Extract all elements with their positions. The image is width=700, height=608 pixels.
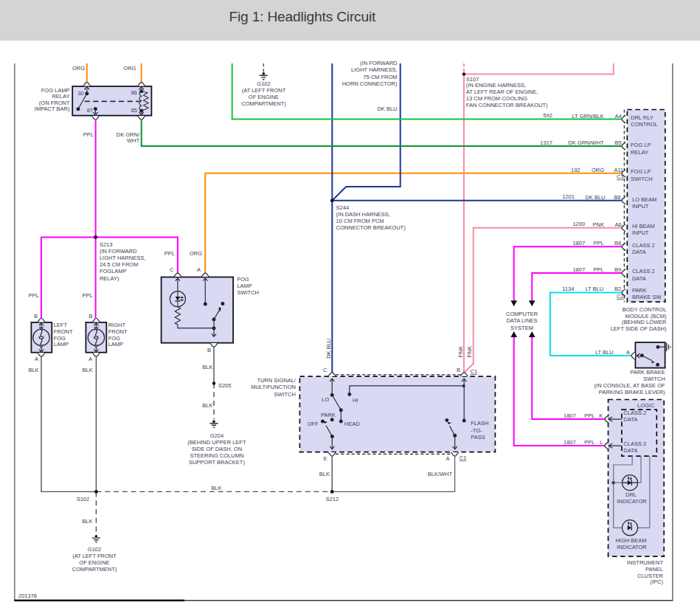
svg-text:PARK BRAKE: PARK BRAKE: [630, 369, 665, 376]
svg-text:S107: S107: [466, 76, 479, 83]
svg-text:PPL: PPL: [28, 292, 38, 299]
svg-text:(BEHIND UPPER LEFT: (BEHIND UPPER LEFT: [187, 439, 246, 446]
svg-text:CONNECTOR BREAKOUT): CONNECTOR BREAKOUT): [336, 224, 406, 231]
svg-text:1807: 1807: [572, 266, 585, 273]
svg-text:RIGHT: RIGHT: [108, 322, 126, 328]
svg-text:LAMP: LAMP: [237, 283, 252, 289]
svg-text:C1: C1: [460, 455, 467, 461]
svg-text:B: B: [207, 347, 211, 353]
svg-text:BLK: BLK: [83, 367, 93, 373]
svg-text:DATA: DATA: [623, 416, 637, 423]
svg-text:LO BEAM: LO BEAM: [632, 196, 656, 203]
svg-text:G204: G204: [210, 432, 223, 439]
svg-text:A4: A4: [615, 113, 622, 120]
svg-text:COMPUTER: COMPUTER: [506, 311, 538, 317]
svg-text:B: B: [34, 313, 38, 319]
svg-text:FOG LP: FOG LP: [631, 168, 651, 175]
svg-text:C: C: [323, 367, 328, 373]
svg-text:COMPARTMENT): COMPARTMENT): [241, 100, 286, 107]
svg-text:DK BLU: DK BLU: [325, 339, 332, 359]
svg-text:PNK: PNK: [593, 221, 604, 228]
svg-text:S212: S212: [326, 496, 339, 502]
svg-text:(IPC): (IPC): [651, 578, 664, 585]
svg-text:G102: G102: [257, 80, 270, 87]
svg-text:87: 87: [87, 107, 93, 114]
svg-text:ORG: ORG: [72, 65, 85, 72]
svg-text:A11: A11: [614, 167, 624, 173]
svg-text:CLASS 2: CLASS 2: [632, 268, 655, 274]
svg-text:HI: HI: [353, 397, 358, 404]
svg-text:FLASH: FLASH: [471, 420, 488, 426]
svg-text:HIGH BEAM: HIGH BEAM: [615, 537, 646, 544]
svg-text:DATA: DATA: [632, 275, 646, 282]
svg-text:L: L: [600, 439, 603, 446]
svg-text:SWITCH: SWITCH: [274, 391, 296, 398]
svg-text:S205: S205: [218, 382, 232, 389]
svg-text:A: A: [197, 266, 201, 273]
svg-text:(IN DASH HARNESS,: (IN DASH HARNESS,: [336, 211, 390, 218]
svg-text:INPUT: INPUT: [632, 203, 649, 210]
svg-text:FOGLAMP: FOGLAMP: [100, 268, 127, 274]
svg-text:B2: B2: [614, 286, 621, 292]
svg-text:A6: A6: [615, 221, 622, 228]
svg-text:SWITCH: SWITCH: [631, 176, 653, 182]
svg-text:201376: 201376: [18, 593, 37, 599]
svg-text:13 CM FROM COOLING: 13 CM FROM COOLING: [466, 95, 527, 102]
svg-text:(BEHIND LOWER: (BEHIND LOWER: [622, 319, 667, 325]
svg-text:(IN CONSOLE, AT BASE OF: (IN CONSOLE, AT BASE OF: [595, 382, 665, 389]
svg-text:STEERING COLUMN: STEERING COLUMN: [190, 452, 243, 459]
svg-text:HORN CONNECTOR): HORN CONNECTOR): [342, 80, 398, 87]
svg-text:MULTIFUNCTION: MULTIFUNCTION: [251, 384, 296, 390]
svg-text:PNK: PNK: [466, 346, 473, 357]
svg-text:TURN SIGNAL/: TURN SIGNAL/: [257, 377, 296, 384]
svg-text:BLK/WHT: BLK/WHT: [428, 471, 453, 477]
svg-text:LAMP: LAMP: [54, 341, 69, 348]
svg-text:PPL: PPL: [83, 131, 94, 138]
svg-text:SWITCH: SWITCH: [237, 289, 259, 296]
svg-text:A: A: [446, 455, 449, 462]
svg-text:ORG: ORG: [123, 65, 136, 72]
svg-text:IMPACT BAR): IMPACT BAR): [35, 106, 70, 112]
svg-text:SIDE OF DASH, ON: SIDE OF DASH, ON: [192, 446, 242, 452]
svg-text:SYSTEM: SYSTEM: [510, 325, 533, 331]
svg-text:1200: 1200: [572, 221, 585, 227]
svg-text:BLK: BLK: [319, 471, 330, 477]
svg-text:592: 592: [543, 112, 552, 119]
svg-text:PARK: PARK: [632, 287, 647, 294]
svg-text:LT GRN/BLK: LT GRN/BLK: [572, 113, 604, 120]
svg-text:PPL: PPL: [584, 412, 595, 419]
svg-text:DK BLU: DK BLU: [585, 194, 605, 201]
svg-text:DK GRN/WHT: DK GRN/WHT: [568, 139, 604, 146]
svg-text:PARK: PARK: [321, 412, 336, 418]
svg-text:1317: 1317: [540, 139, 552, 146]
svg-text:LT BLU: LT BLU: [595, 349, 614, 356]
svg-text:B8: B8: [614, 240, 621, 246]
svg-text:75 CM FROM: 75 CM FROM: [363, 74, 397, 80]
svg-text:1201: 1201: [562, 193, 575, 200]
svg-text:DATA: DATA: [632, 249, 646, 255]
svg-text:SUPPORT BRACKET): SUPPORT BRACKET): [189, 459, 245, 466]
svg-text:(IN ENGINE HARNESS,: (IN ENGINE HARNESS,: [466, 82, 526, 89]
svg-text:10 CM FROM PCM: 10 CM FROM PCM: [336, 218, 384, 224]
svg-text:(AT LEFT FRONT: (AT LEFT FRONT: [242, 87, 286, 94]
svg-text:24.5 CM FROM: 24.5 CM FROM: [100, 261, 139, 268]
svg-text:B: B: [89, 313, 92, 319]
svg-text:OF ENGINE: OF ENGINE: [79, 559, 109, 566]
svg-text:PARKING BRAKE LEVER): PARKING BRAKE LEVER): [599, 389, 665, 395]
svg-text:INSTRUMENT: INSTRUMENT: [627, 559, 664, 566]
svg-text:PANEL: PANEL: [645, 566, 663, 573]
svg-text:A: A: [626, 349, 630, 356]
svg-text:C1: C1: [471, 368, 478, 375]
svg-text:LEFT: LEFT: [54, 322, 68, 328]
svg-text:BLK: BLK: [202, 364, 212, 370]
svg-text:BLK: BLK: [211, 485, 221, 491]
svg-text:86: 86: [131, 89, 137, 96]
svg-text:INPUT: INPUT: [632, 229, 649, 236]
svg-text:1134: 1134: [562, 286, 574, 292]
svg-text:DATA: DATA: [623, 447, 637, 454]
svg-text:1807: 1807: [572, 240, 585, 246]
svg-text:PNK: PNK: [457, 346, 464, 357]
svg-text:OF ENGINE: OF ENGINE: [249, 94, 279, 100]
svg-text:CONTROL: CONTROL: [631, 121, 658, 128]
svg-text:PPL: PPL: [594, 266, 604, 273]
